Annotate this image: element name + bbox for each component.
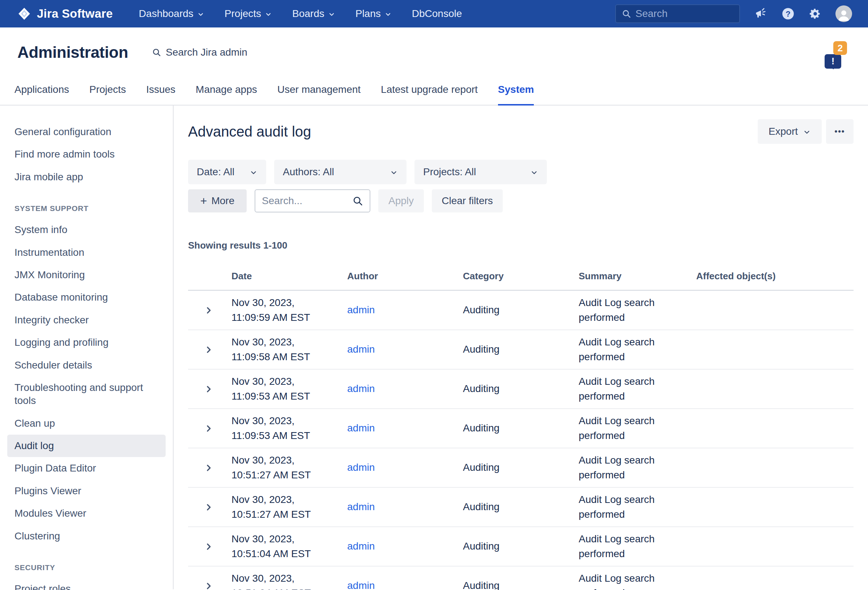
navbar-menu-item[interactable]: Plans xyxy=(356,8,392,19)
sidebar-item[interactable]: Integrity checker xyxy=(7,309,165,331)
add-more-filters-button[interactable]: + More xyxy=(188,189,247,212)
jira-brand[interactable]: Jira Software xyxy=(17,7,113,21)
notifications-bubble-icon[interactable]: ! 2 xyxy=(825,48,847,71)
table-row: Nov 30, 2023, 10:51:04 AM EST admin Audi… xyxy=(188,566,853,590)
author-link[interactable]: admin xyxy=(347,501,375,512)
expand-row-button[interactable] xyxy=(188,384,232,394)
more-actions-button[interactable]: ••• xyxy=(826,119,853,144)
help-icon[interactable]: ? xyxy=(781,7,795,21)
settings-gear-icon[interactable] xyxy=(809,7,822,20)
navbar-menu-item[interactable]: DbConsole xyxy=(412,8,462,19)
audit-search-input[interactable] xyxy=(262,195,348,207)
navbar-menu-item[interactable]: Boards xyxy=(292,8,335,19)
sidebar-item[interactable]: Jira mobile app xyxy=(7,166,165,188)
expand-row-button[interactable] xyxy=(188,503,232,512)
sidebar-item-label: Audit log xyxy=(15,440,54,451)
export-button-label: Export xyxy=(769,126,798,137)
expand-row-button[interactable] xyxy=(188,463,232,472)
sidebar-item[interactable]: Clean up xyxy=(7,412,165,435)
cell-summary: Audit Log search performed xyxy=(579,571,676,590)
cell-summary: Audit Log search performed xyxy=(579,453,676,482)
table-row: Nov 30, 2023, 10:51:27 AM EST admin Audi… xyxy=(188,488,853,527)
expand-row-button[interactable] xyxy=(188,306,232,315)
more-filters-label: More xyxy=(211,195,234,207)
global-search-input[interactable] xyxy=(635,8,734,19)
chevron-right-icon xyxy=(204,503,213,512)
user-avatar[interactable] xyxy=(836,6,852,22)
date-line-2: 11:09:53 AM EST xyxy=(232,428,347,443)
cell-date: Nov 30, 2023, 11:09:53 AM EST xyxy=(232,414,347,443)
apply-button[interactable]: Apply xyxy=(378,189,424,212)
cell-summary: Audit Log search performed xyxy=(579,493,676,521)
admin-tab[interactable]: Applications xyxy=(15,80,69,106)
cell-summary: Audit Log search performed xyxy=(579,335,676,364)
jira-logo-icon xyxy=(17,7,31,21)
chevron-right-icon xyxy=(204,463,213,472)
projects-filter-dropdown[interactable]: Projects: All xyxy=(415,160,547,184)
admin-tab[interactable]: Projects xyxy=(89,80,126,106)
date-filter-dropdown[interactable]: Date: All xyxy=(188,160,266,184)
sidebar-item[interactable]: Find more admin tools xyxy=(7,143,165,165)
admin-search[interactable]: Search Jira admin xyxy=(152,47,247,58)
clear-filters-button[interactable]: Clear filters xyxy=(432,189,503,212)
cell-date: Nov 30, 2023, 11:09:58 AM EST xyxy=(232,335,347,364)
admin-tab[interactable]: System xyxy=(498,80,534,106)
sidebar-item[interactable]: Database monitoring xyxy=(7,286,165,309)
author-link[interactable]: admin xyxy=(347,344,375,355)
sidebar-item[interactable]: Logging and profiling xyxy=(7,331,165,354)
navbar-menu-item[interactable]: Dashboards xyxy=(139,8,204,19)
authors-filter-dropdown[interactable]: Authors: All xyxy=(274,160,406,184)
admin-header: Administration Search Jira admin ! 2 xyxy=(0,28,868,62)
sidebar-item[interactable]: Scheduler details xyxy=(7,354,165,377)
admin-tab[interactable]: User management xyxy=(278,80,360,106)
sidebar-item[interactable]: Plugins Viewer xyxy=(7,480,165,502)
expand-row-button[interactable] xyxy=(188,542,232,551)
expand-row-button[interactable] xyxy=(188,581,232,590)
author-link[interactable]: admin xyxy=(347,462,375,473)
cell-author: admin xyxy=(347,381,463,396)
table-row: Nov 30, 2023, 11:09:53 AM EST admin Audi… xyxy=(188,409,853,448)
sidebar-section-security: Project roles Global permissions xyxy=(0,578,173,590)
sidebar-item[interactable]: Instrumentation xyxy=(7,241,165,264)
chevron-down-icon xyxy=(384,11,392,18)
author-link[interactable]: admin xyxy=(347,540,375,552)
chevron-right-icon xyxy=(204,542,213,551)
sidebar-item[interactable]: Troubleshooting and support tools xyxy=(7,377,165,412)
sidebar-item[interactable]: System info xyxy=(7,219,165,241)
sidebar-item[interactable]: Audit log xyxy=(7,435,165,457)
sidebar-item[interactable]: Clustering xyxy=(7,525,165,547)
navbar-menu-item-label: DbConsole xyxy=(412,8,462,19)
audit-table-header: Date Author Category Summary Affected ob… xyxy=(188,271,853,291)
navbar-menu-item[interactable]: Projects xyxy=(224,8,272,19)
export-button[interactable]: Export xyxy=(758,119,822,144)
expand-row-button[interactable] xyxy=(188,345,232,355)
global-search[interactable] xyxy=(615,4,740,23)
author-link[interactable]: admin xyxy=(347,422,375,434)
admin-tab[interactable]: Manage apps xyxy=(196,80,257,106)
column-header-author: Author xyxy=(347,271,463,282)
expand-row-button[interactable] xyxy=(188,424,232,433)
author-link[interactable]: admin xyxy=(347,383,375,394)
sidebar-item[interactable]: Project roles xyxy=(7,578,165,590)
audit-search-box[interactable] xyxy=(255,189,371,212)
sidebar-item[interactable]: JMX Monitoring xyxy=(7,264,165,286)
feedback-megaphone-icon[interactable] xyxy=(754,7,768,20)
author-link[interactable]: admin xyxy=(347,304,375,315)
admin-tab[interactable]: Issues xyxy=(146,80,176,106)
sidebar-item[interactable]: Plugin Data Editor xyxy=(7,457,165,480)
date-line-2: 10:51:27 AM EST xyxy=(232,468,347,482)
table-row: Nov 30, 2023, 10:51:04 AM EST admin Audi… xyxy=(188,527,853,566)
date-line-1: Nov 30, 2023, xyxy=(232,414,347,428)
date-line-2: 11:09:53 AM EST xyxy=(232,389,347,403)
sidebar-item[interactable]: Modules Viewer xyxy=(7,502,165,525)
sidebar-item[interactable]: General configuration xyxy=(7,121,165,143)
cell-author: admin xyxy=(347,303,463,317)
search-icon xyxy=(352,196,363,206)
date-line-2: 11:09:59 AM EST xyxy=(232,310,347,325)
admin-tab[interactable]: Latest upgrade report xyxy=(381,80,478,106)
date-line-1: Nov 30, 2023, xyxy=(232,296,347,310)
svg-text:?: ? xyxy=(785,9,791,18)
cell-category: Auditing xyxy=(463,460,579,475)
author-link[interactable]: admin xyxy=(347,580,375,590)
top-navbar: Jira Software Dashboards Projects Boards xyxy=(0,0,868,28)
